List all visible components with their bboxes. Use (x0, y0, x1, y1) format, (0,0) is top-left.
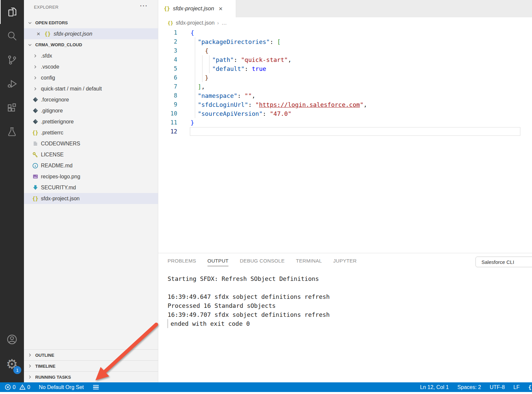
tree-item-label: .prettierignore (41, 119, 74, 125)
code-line[interactable]: 8 "namespace": "", (158, 91, 532, 100)
output-channel-value: Salesforce CLI (481, 259, 514, 265)
breadcrumb[interactable]: {} sfdx-project.json › … (158, 17, 532, 28)
code-line[interactable]: 4 "path": "quick-start", (158, 55, 532, 64)
line-number: 2 (158, 37, 177, 46)
line-number: 6 (158, 73, 177, 82)
json-file-icon: {} (32, 130, 38, 136)
code-line[interactable]: 6 } (158, 73, 532, 82)
tree-item[interactable]: config (24, 72, 158, 83)
outline-section[interactable]: OUTLINE (24, 349, 158, 360)
code-line[interactable]: 5 "default": true (158, 64, 532, 73)
code-line[interactable]: 11} (158, 118, 532, 127)
line-number: 7 (158, 82, 177, 91)
panel-tab-jupyter[interactable]: JUPYTER (333, 258, 356, 266)
timeline-section[interactable]: TIMELINE (24, 360, 158, 371)
tree-item-label: CODEOWNERS (41, 141, 80, 147)
open-editor-item[interactable]: × {} sfdx-project.json (24, 28, 158, 39)
tree-item[interactable]: CODEOWNERS (24, 138, 158, 149)
tree-item-label: sfdx-project.json (41, 196, 80, 202)
line-number: 1 (158, 28, 177, 37)
image-file-icon (33, 174, 38, 179)
breadcrumb-more[interactable]: … (221, 20, 227, 26)
tree-item[interactable]: quick-start / main / default (24, 83, 158, 94)
tree-item[interactable]: .prettierignore (24, 116, 158, 127)
account-icon[interactable] (0, 327, 24, 351)
tree-item[interactable]: .sfdx (24, 50, 158, 61)
chevron-right-icon (33, 53, 38, 59)
test-beaker-icon[interactable] (0, 120, 24, 144)
output-console[interactable]: Starting SFDX: Refresh SObject Definitio… (168, 274, 330, 328)
settings-gear-icon[interactable]: ⚙ 1 (0, 352, 24, 376)
breadcrumb-filename[interactable]: sfdx-project.json (176, 20, 215, 26)
code-line[interactable]: 12 (158, 127, 532, 136)
tree-item[interactable]: .gitignore (24, 105, 158, 116)
problems-status[interactable]: 0 0 (5, 384, 30, 390)
tree-item-label: README.md (41, 163, 72, 169)
running-tasks-section[interactable]: RUNNING TASKS (24, 371, 158, 382)
code-line[interactable]: 1{ (158, 28, 532, 37)
output-channel-dropdown[interactable]: Salesforce CLI (475, 257, 532, 267)
code-line[interactable]: 9 "sfdcLoginUrl": "https://login.salesfo… (158, 100, 532, 109)
error-icon (5, 384, 11, 390)
line-number: 3 (158, 46, 177, 55)
open-editor-filename: sfdx-project.json (54, 31, 92, 37)
search-icon[interactable] (0, 24, 24, 48)
code-editor[interactable]: 1{2 "packageDirectories": [3 {4 "path": … (158, 28, 532, 136)
run-debug-icon[interactable] (0, 72, 24, 96)
code-text: "default": true (191, 64, 266, 73)
extensions-icon[interactable] (0, 96, 24, 120)
indentation[interactable]: Spaces: 2 (458, 384, 481, 390)
ignore-file-icon (33, 119, 38, 124)
tree-item[interactable]: README.md (24, 160, 158, 171)
panel-tab-problems[interactable]: PROBLEMS (168, 258, 196, 266)
json-file-icon: {} (168, 20, 173, 26)
sidebar-more-actions[interactable]: ··· (140, 3, 148, 10)
status-bar: 0 0 No Default Org Set Ln 12, Col 1 Spac… (0, 382, 532, 392)
tree-item[interactable]: LICENSE (24, 149, 158, 160)
tab-sfdx-project[interactable]: {} sfdx-project.json × (158, 0, 236, 17)
panel-tab-terminal[interactable]: TERMINAL (296, 258, 322, 266)
code-line[interactable]: 2 "packageDirectories": [ (158, 37, 532, 46)
source-control-icon[interactable] (0, 48, 24, 72)
chevron-right-icon (27, 374, 33, 380)
code-line[interactable]: 3 { (158, 46, 532, 55)
security-arrow-icon (33, 185, 38, 190)
code-text: "sfdcLoginUrl": "https://login.salesforc… (191, 100, 367, 109)
cursor-position[interactable]: Ln 12, Col 1 (420, 384, 449, 390)
close-icon[interactable]: × (37, 31, 40, 37)
code-line[interactable]: 10 "sourceApiVersion": "47.0" (158, 109, 532, 118)
output-line: 16:39:49.647 sfdx sobject definitions re… (168, 292, 330, 301)
explorer-icon[interactable] (0, 0, 24, 24)
org-status-text: No Default Org Set (39, 384, 84, 390)
panel-tab-debug-console[interactable]: DEBUG CONSOLE (240, 258, 285, 266)
panel-tabs: PROBLEMSOUTPUTDEBUG CONSOLETERMINALJUPYT… (168, 258, 357, 266)
code-line[interactable]: 7 ], (158, 82, 532, 91)
tab-filename: sfdx-project.json (173, 5, 214, 12)
eol-sequence[interactable]: LF (513, 384, 520, 390)
tab-close-icon[interactable]: × (219, 5, 223, 12)
line-number: 9 (158, 100, 177, 109)
tree-item[interactable]: .forceignore (24, 94, 158, 105)
output-line: 16:39:49.707 sfdx sobject definitions re… (168, 310, 330, 319)
panel-tab-output[interactable]: OUTPUT (207, 258, 228, 266)
line-number: 8 (158, 91, 177, 100)
tree-item[interactable]: SECURITY.md (24, 182, 158, 193)
language-mode[interactable]: {} (528, 384, 532, 390)
tree-item[interactable]: .vscode (24, 61, 158, 72)
timeline-label: TIMELINE (35, 364, 56, 369)
open-editors-header[interactable]: OPEN EDITORS (24, 17, 158, 28)
json-file-icon: {} (45, 31, 51, 37)
chevron-right-icon (27, 363, 33, 369)
code-text: { (191, 28, 194, 37)
chevron-right-icon (27, 352, 33, 358)
default-org-status[interactable]: No Default Org Set (39, 384, 84, 390)
project-root-label: CRMA_WORD_CLOUD (35, 42, 82, 47)
encoding[interactable]: UTF-8 (490, 384, 505, 390)
tree-item[interactable]: {}.prettierrc (24, 127, 158, 138)
running-tasks-icon[interactable] (93, 385, 99, 390)
tree-item[interactable]: recipes-logo.png (24, 171, 158, 182)
json-file-icon: {} (164, 6, 170, 12)
project-root-header[interactable]: CRMA_WORD_CLOUD (24, 39, 158, 50)
tree-item[interactable]: {}sfdx-project.json (24, 193, 158, 204)
readme-info-icon (32, 163, 38, 169)
